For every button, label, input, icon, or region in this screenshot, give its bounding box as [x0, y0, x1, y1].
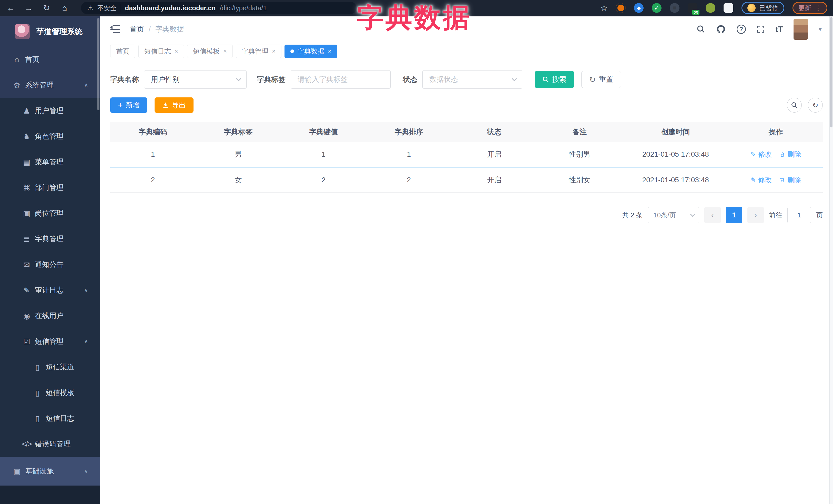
extension-check-icon[interactable]: ✓ — [652, 3, 662, 13]
browser-back-icon[interactable]: ← — [6, 3, 16, 13]
page-scrollbar[interactable] — [829, 17, 833, 504]
sidebar-item-dict-management[interactable]: ≣ 字典管理 — [0, 226, 100, 252]
extension-on-icon[interactable]: on — [688, 3, 697, 13]
refresh-table-button[interactable]: ↻ — [808, 98, 823, 113]
dict-name-select[interactable]: 用户性别 — [144, 70, 246, 89]
trash-icon — [779, 151, 785, 158]
update-label: 更新 — [799, 4, 811, 12]
breadcrumb: 首页 / 字典数据 — [130, 24, 184, 34]
dict-tag-input[interactable] — [298, 75, 384, 83]
next-page-button[interactable]: › — [747, 207, 764, 223]
badge-icon: ▣ — [21, 209, 32, 218]
tab-label: 短信日志 — [144, 47, 171, 56]
avatar-caret-icon[interactable]: ▾ — [819, 26, 822, 33]
sidebar-item-post-management[interactable]: ▣ 岗位管理 — [0, 200, 100, 226]
sidebar-item-sms-template[interactable]: ▯ 短信模板 — [0, 380, 100, 406]
help-icon[interactable]: ? — [737, 25, 746, 34]
sidebar-item-online-users[interactable]: ◉ 在线用户 — [0, 303, 100, 329]
browser-menu-icon[interactable]: ⋮ — [815, 4, 822, 12]
sidebar-item-sms-log[interactable]: ▯ 短信日志 — [0, 406, 100, 431]
sidebar-item-system-management[interactable]: ⚙ 系统管理 ∧ — [0, 72, 100, 98]
sidebar-item-label: 短信模板 — [46, 388, 74, 398]
column-header: 字典排序 — [366, 127, 452, 137]
github-icon[interactable] — [716, 24, 726, 34]
fullscreen-icon[interactable] — [757, 25, 765, 33]
goto-page-input-wrap — [787, 207, 811, 223]
close-tab-icon[interactable]: × — [223, 48, 227, 55]
extension-orange-icon[interactable] — [616, 3, 626, 13]
tab-dict-management[interactable]: 字典管理 × — [236, 45, 281, 58]
code-icon: </> — [21, 440, 32, 448]
sidebar-item-sms-management[interactable]: ☑ 短信管理 ∧ — [0, 329, 100, 354]
tab-dict-data[interactable]: 字典数据 × — [285, 45, 337, 58]
delete-link[interactable]: 删除 — [779, 150, 801, 159]
sidebar-item-dept-management[interactable]: ⌘ 部门管理 — [0, 175, 100, 200]
gear-icon: ⚙ — [11, 81, 23, 90]
address-bar[interactable]: ⚠ 不安全 dashboard.yudao.iocoder.cn /dict/t… — [81, 2, 357, 14]
cell-code: 1 — [110, 150, 195, 159]
sidebar-item-menu-management[interactable]: ▤ 菜单管理 — [0, 149, 100, 175]
prev-page-button[interactable]: ‹ — [704, 207, 721, 223]
sidebar-item-infrastructure[interactable]: ▣ 基础设施 ∨ — [0, 457, 100, 485]
breadcrumb-home[interactable]: 首页 — [130, 24, 144, 34]
table-toolbar: + 新增 导出 ↻ — [110, 97, 823, 113]
sidebar-item-notice[interactable]: ✉ 通知公告 — [0, 252, 100, 278]
sidebar-item-audit-log[interactable]: ✎ 审计日志 ∨ — [0, 278, 100, 303]
sidebar-item-role-management[interactable]: ♞ 角色管理 — [0, 124, 100, 149]
table-row[interactable]: 1 男 1 1 开启 性别男 2021-01-05 17:03:48 ✎ 修改 — [110, 142, 823, 167]
user-avatar[interactable] — [793, 19, 808, 40]
export-button[interactable]: 导出 — [154, 97, 193, 113]
browser-update-button[interactable]: 更新 ⋮ — [792, 2, 827, 14]
extension-gem-icon[interactable]: ◆ — [634, 3, 644, 13]
toggle-search-button[interactable] — [787, 98, 802, 113]
breadcrumb-separator: / — [149, 25, 151, 33]
browser-home-icon[interactable]: ⌂ — [60, 3, 70, 13]
extensions-puzzle-icon[interactable] — [723, 3, 733, 13]
table-row[interactable]: 2 女 2 2 开启 性别女 2021-01-05 17:03:48 ✎ 修改 — [110, 168, 823, 192]
font-size-icon[interactable]: tT — [776, 25, 783, 34]
table-tools: ↻ — [787, 98, 823, 113]
tab-sms-log[interactable]: 短信日志 × — [138, 45, 184, 58]
bookmark-star-icon[interactable]: ☆ — [600, 3, 608, 13]
edit-link[interactable]: ✎ 修改 — [751, 175, 772, 185]
close-tab-icon[interactable]: × — [174, 48, 178, 55]
current-page-button[interactable]: 1 — [726, 207, 742, 223]
sidebar-item-error-code-management[interactable]: </> 错误码管理 — [0, 431, 100, 457]
search-button[interactable]: 搜索 — [535, 71, 574, 88]
sidebar-item-sms-channel[interactable]: ▯ 短信渠道 — [0, 354, 100, 380]
delete-link[interactable]: 删除 — [779, 175, 801, 185]
edit-link[interactable]: ✎ 修改 — [751, 150, 772, 159]
sidebar: 芋道管理系统 ⌂ 首页 ⚙ 系统管理 ∧ ♟ 用户管理 ♞ 角色管理 ▤ 菜单管… — [0, 17, 100, 504]
status-select[interactable]: 数据状态 — [422, 70, 522, 89]
reset-button[interactable]: ↻ 重置 — [581, 71, 621, 88]
page-size-select[interactable]: 10条/页 — [648, 207, 699, 223]
not-secure-label[interactable]: 不安全 — [97, 4, 117, 12]
close-tab-icon[interactable]: × — [328, 48, 331, 55]
chevron-down-icon: ∨ — [84, 287, 88, 293]
browser-forward-icon[interactable]: → — [24, 3, 34, 13]
sidebar-item-label: 系统管理 — [25, 80, 54, 90]
page-scrollbar-thumb[interactable] — [830, 17, 832, 127]
cell-value: 1 — [281, 150, 366, 159]
browser-reload-icon[interactable]: ↻ — [42, 3, 52, 13]
close-tab-icon[interactable]: × — [272, 48, 276, 55]
sidebar-scrollbar[interactable] — [97, 18, 99, 110]
phone-icon: ▯ — [32, 363, 43, 372]
sidebar-filler — [0, 485, 100, 504]
sidebar-item-label: 短信渠道 — [46, 362, 74, 372]
tab-home[interactable]: 首页 — [110, 45, 135, 58]
add-button[interactable]: + 新增 — [110, 97, 147, 113]
export-button-label: 导出 — [172, 100, 186, 110]
extension-olive-icon[interactable] — [706, 3, 715, 13]
tab-sms-template[interactable]: 短信模板 × — [187, 45, 233, 58]
url-host[interactable]: dashboard.yudao.iocoder.cn — [125, 4, 216, 12]
sidebar-item-home[interactable]: ⌂ 首页 — [0, 47, 100, 72]
goto-page-input[interactable] — [788, 207, 811, 223]
search-icon[interactable] — [697, 25, 705, 33]
extension-sliders-icon[interactable]: ≡ — [670, 3, 680, 13]
sidebar-logo[interactable]: 芋道管理系统 — [0, 17, 100, 47]
profile-paused-badge[interactable]: 已暂停 — [741, 2, 784, 14]
collapse-sidebar-icon[interactable] — [110, 25, 120, 33]
pagination: 共 2 条 10条/页 ‹ 1 › 前往 页 — [110, 207, 823, 223]
sidebar-item-user-management[interactable]: ♟ 用户管理 — [0, 98, 100, 124]
